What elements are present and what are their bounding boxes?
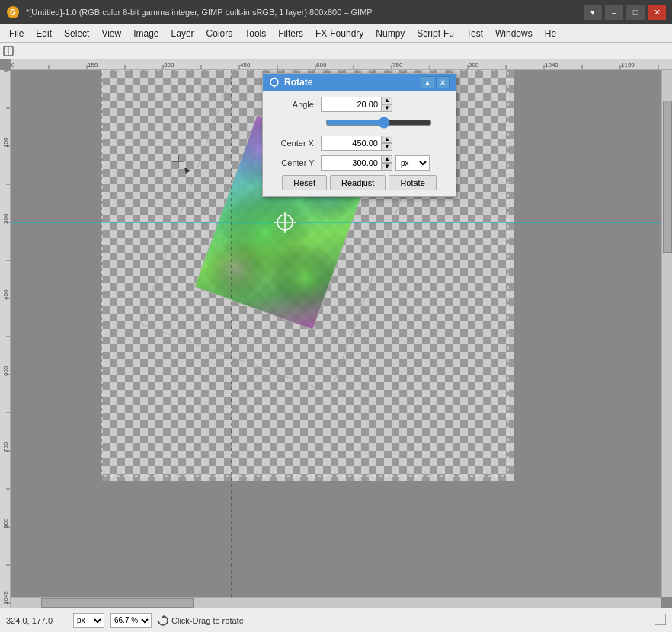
dropdown-button[interactable]: ▾ xyxy=(584,5,602,20)
svg-point-4 xyxy=(270,78,278,86)
center-x-row: Center X: ▲ ▼ xyxy=(269,136,450,151)
angle-label: Angle: xyxy=(269,100,321,109)
svg-text:G: G xyxy=(10,8,16,17)
zoom-select[interactable]: 66.7 % 50 % 100 % 200 % xyxy=(110,613,152,628)
menu-view[interactable]: View xyxy=(95,27,127,40)
menu-fx-foundry[interactable]: FX-Foundry xyxy=(309,27,370,40)
menu-filters[interactable]: Filters xyxy=(272,27,309,40)
title-bar-controls: ▾ – □ ✕ xyxy=(584,5,666,20)
center-y-input[interactable] xyxy=(321,155,382,171)
rotate-dialog-title-controls: ▲ ✕ xyxy=(421,76,450,88)
rotate-dialog-titlebar: Rotate ▲ ✕ xyxy=(263,74,456,91)
center-y-spinner: ▲ ▼ xyxy=(382,155,392,171)
resize-corner xyxy=(655,614,666,627)
angle-input[interactable] xyxy=(321,97,382,112)
center-x-label: Center X: xyxy=(269,139,321,148)
title-bar: G *[Untitled]-1.0 (RGB color 8-bit gamma… xyxy=(0,0,672,24)
center-y-label: Center Y: xyxy=(269,158,321,168)
status-bar: 324.0, 177.0 px mm inch 66.7 % 50 % 100 … xyxy=(0,608,672,632)
menu-image[interactable]: Image xyxy=(127,27,165,40)
menu-tools[interactable]: Tools xyxy=(238,27,272,40)
reset-button[interactable]: Reset xyxy=(282,175,327,190)
angle-slider[interactable] xyxy=(325,117,432,129)
toolbar-bar xyxy=(0,43,672,59)
horizontal-scrollbar[interactable] xyxy=(11,597,661,608)
close-button[interactable]: ✕ xyxy=(648,5,666,20)
center-y-spin-down[interactable]: ▼ xyxy=(382,163,392,171)
unit-select[interactable]: px mm inch xyxy=(73,613,104,628)
angle-spin-down[interactable]: ▼ xyxy=(382,104,392,112)
center-y-row: Center Y: ▲ ▼ px mm inch xyxy=(269,155,450,171)
unit-wrap: px mm inch % xyxy=(395,155,430,171)
center-x-input[interactable] xyxy=(321,136,382,151)
ruler-vertical xyxy=(0,70,11,608)
angle-spinner: ▲ ▼ xyxy=(382,97,392,112)
menu-script-fu[interactable]: Script-Fu xyxy=(411,27,460,40)
rotate-tool-icon xyxy=(269,77,280,88)
toolbar-icon xyxy=(3,46,14,56)
center-x-spinner: ▲ ▼ xyxy=(382,136,392,151)
menu-test[interactable]: Test xyxy=(460,27,489,40)
status-message: Click-Drag to rotate xyxy=(158,615,649,626)
maximize-button[interactable]: □ xyxy=(626,5,645,20)
coordinates-display: 324.0, 177.0 xyxy=(6,616,67,625)
readjust-button[interactable]: Readjust xyxy=(330,175,386,190)
menu-numpy[interactable]: Numpy xyxy=(370,27,411,40)
canvas-work[interactable]: Rotate ▲ ✕ Angle: ▲ xyxy=(11,70,672,608)
status-text: Click-Drag to rotate xyxy=(171,616,244,625)
minimize-button[interactable]: – xyxy=(605,5,623,20)
rotate-buttons: Reset Readjust Rotate xyxy=(269,175,450,190)
menu-he[interactable]: He xyxy=(539,27,562,40)
rotate-cursor-icon xyxy=(158,615,168,626)
canvas-container[interactable]: Rotate ▲ ✕ Angle: ▲ xyxy=(0,59,672,608)
rotate-dialog-title-text: Rotate xyxy=(284,77,312,88)
menu-colors[interactable]: Colors xyxy=(200,27,239,40)
center-x-spin-up[interactable]: ▲ xyxy=(382,136,392,143)
menu-file[interactable]: File xyxy=(3,27,30,40)
angle-row: Angle: ▲ ▼ xyxy=(269,97,450,112)
rotate-dialog: Rotate ▲ ✕ Angle: ▲ xyxy=(262,73,456,197)
h-scrollbar-thumb[interactable] xyxy=(41,598,194,608)
menu-windows[interactable]: Windows xyxy=(489,27,539,40)
angle-slider-row xyxy=(269,117,450,131)
gimp-icon: G xyxy=(6,5,20,19)
angle-spin-up[interactable]: ▲ xyxy=(382,97,392,104)
dialog-up-button[interactable]: ▲ xyxy=(421,76,434,88)
center-x-input-wrap: ▲ ▼ xyxy=(321,136,450,151)
center-y-input-wrap: ▲ ▼ px mm inch % xyxy=(321,155,450,171)
main-area: Rotate ▲ ✕ Angle: ▲ xyxy=(0,59,672,608)
menu-layer[interactable]: Layer xyxy=(165,27,200,40)
dialog-close-button[interactable]: ✕ xyxy=(436,76,450,88)
center-x-spin-down[interactable]: ▼ xyxy=(382,143,392,151)
menu-edit[interactable]: Edit xyxy=(30,27,58,40)
ruler-horizontal xyxy=(11,59,672,70)
center-y-spin-up[interactable]: ▲ xyxy=(382,155,392,163)
menu-bar: File Edit Select View Image Layer Colors… xyxy=(0,24,672,43)
rotate-button[interactable]: Rotate xyxy=(389,175,436,190)
unit-select[interactable]: px mm inch % xyxy=(395,155,430,171)
title-bar-left: G *[Untitled]-1.0 (RGB color 8-bit gamma… xyxy=(6,5,373,19)
window-title: *[Untitled]-1.0 (RGB color 8-bit gamma i… xyxy=(26,8,373,17)
rotate-dialog-body: Angle: ▲ ▼ xyxy=(263,91,456,196)
v-scrollbar-thumb[interactable] xyxy=(663,101,672,253)
menu-select[interactable]: Select xyxy=(58,27,95,40)
vertical-scrollbar[interactable] xyxy=(661,70,672,597)
angle-input-wrap: ▲ ▼ xyxy=(321,97,450,112)
